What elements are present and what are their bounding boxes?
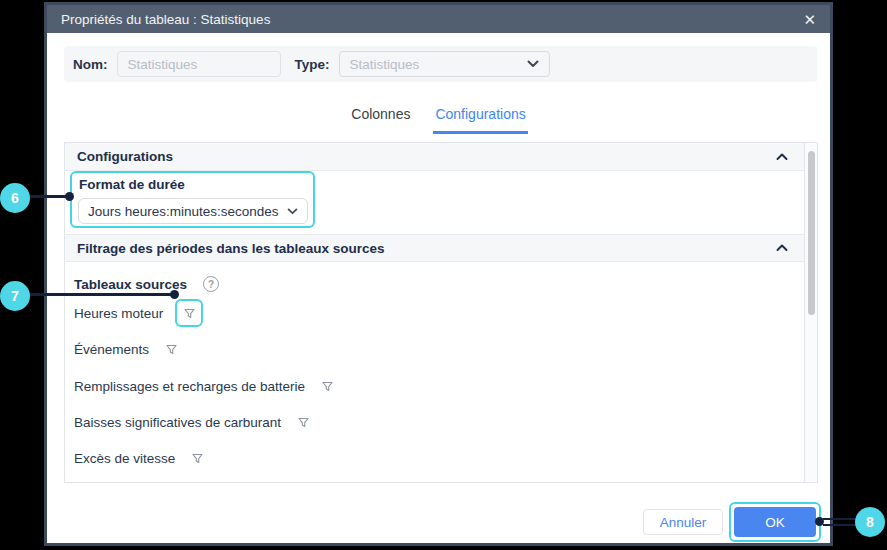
ok-button-highlight: OK: [729, 502, 821, 542]
callout-7-dot: [170, 290, 179, 299]
vertical-scrollbar[interactable]: [804, 143, 817, 482]
filter-icon: [183, 307, 196, 320]
source-table-label: Baisses significatives de carburant: [74, 415, 281, 430]
name-type-bar: Nom: Type: Statistiques: [64, 46, 817, 82]
scrollbar-thumb[interactable]: [808, 151, 815, 315]
filter-icon[interactable]: [297, 416, 310, 429]
section-header-configurations[interactable]: Configurations: [65, 143, 804, 171]
filter-icon[interactable]: [191, 452, 204, 465]
source-table-label: Remplissages et recharges de batterie: [74, 379, 305, 394]
list-item: Baisses significatives de carburant: [74, 408, 310, 436]
callout-8-dot: [815, 517, 824, 526]
source-table-label: Heures moteur: [74, 306, 163, 321]
list-item: Heures moteur: [74, 299, 203, 327]
tab-bar: Colonnes Configurations: [47, 102, 830, 134]
callout-6-badge: 6: [0, 183, 30, 213]
callout-8-badge: 8: [855, 507, 885, 537]
section-title: Filtrage des périodes dans les tableaux …: [77, 241, 385, 256]
source-table-label: Excès de vitesse: [74, 451, 175, 466]
type-label: Type:: [295, 57, 330, 72]
chevron-up-icon[interactable]: [776, 244, 788, 252]
list-item: Événements: [74, 335, 178, 363]
callout-7-line: [29, 293, 172, 296]
source-table-label: Événements: [74, 342, 149, 357]
name-input[interactable]: [117, 51, 281, 77]
filter-icon[interactable]: [321, 380, 334, 393]
callout-7-badge: 7: [0, 281, 30, 311]
section-header-filtering[interactable]: Filtrage des périodes dans les tableaux …: [65, 234, 804, 262]
filter-button-highlight[interactable]: [175, 299, 203, 327]
filter-icon[interactable]: [165, 343, 178, 356]
chevron-down-icon: [287, 208, 298, 215]
callout-6-dot: [65, 192, 74, 201]
duration-format-label: Format de durée: [79, 177, 185, 192]
duration-format-highlight: Format de durée Jours heures:minutes:sec…: [70, 171, 315, 228]
callout-6-line: [29, 195, 67, 198]
dialog-title: Propriétés du tableau : Statistiques: [61, 12, 270, 27]
ok-button[interactable]: OK: [734, 507, 816, 537]
cancel-button[interactable]: Annuler: [643, 509, 723, 535]
tab-colonnes[interactable]: Colonnes: [349, 102, 412, 134]
table-properties-dialog: Propriétés du tableau : Statistiques ✕ N…: [44, 2, 833, 546]
duration-format-value: Jours heures:minutes:secondes: [88, 204, 279, 219]
dialog-titlebar: Propriétés du tableau : Statistiques ✕: [47, 5, 830, 33]
screen-background: Propriétés du tableau : Statistiques ✕ N…: [0, 0, 887, 550]
chevron-up-icon[interactable]: [776, 153, 788, 161]
source-tables-label: Tableaux sources: [74, 277, 187, 292]
list-item: Excès de vitesse: [74, 444, 204, 472]
help-icon[interactable]: ?: [203, 276, 219, 292]
tab-configurations[interactable]: Configurations: [433, 102, 527, 134]
type-select-value: Statistiques: [350, 57, 420, 72]
name-label: Nom:: [73, 57, 108, 72]
section-title: Configurations: [77, 149, 173, 164]
duration-format-select[interactable]: Jours heures:minutes:secondes: [78, 198, 308, 224]
configurations-panel: Configurations Format de durée Jours heu…: [64, 142, 818, 483]
list-item: Remplissages et recharges de batterie: [74, 372, 334, 400]
callout-8-line: [823, 518, 856, 526]
type-select[interactable]: Statistiques: [339, 51, 550, 77]
close-icon[interactable]: ✕: [803, 12, 816, 27]
chevron-down-icon: [527, 60, 539, 68]
